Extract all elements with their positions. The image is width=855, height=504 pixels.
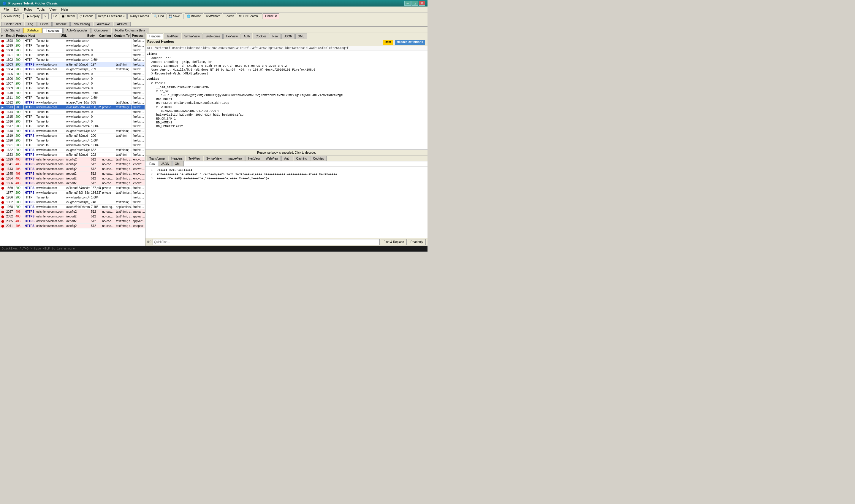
tab-json-resp[interactable]: JSON: [159, 161, 172, 166]
table-row[interactable]: ⬤ 1607 200 HTTP Tunnel to www.baidu.com:…: [0, 81, 145, 86]
col-content-type[interactable]: Content-Type: [113, 33, 130, 38]
close-button[interactable]: ✕: [419, 1, 425, 6]
tab-inspectors[interactable]: Inspectors: [42, 28, 63, 33]
col-num[interactable]: #: [0, 33, 5, 38]
tab-composer[interactable]: Composer: [91, 28, 111, 33]
table-row[interactable]: ⬤ 1616 200 HTTP Tunnel to www.baidu.com:…: [0, 119, 145, 124]
online-button[interactable]: Online ✕: [263, 13, 279, 19]
browse-button[interactable]: 🌐 Browse: [185, 13, 203, 19]
stream-button[interactable]: ◼ Stream: [60, 13, 77, 19]
table-row[interactable]: ⬤ 1962 200 HTTPS www.baidu.com /sugrec?p…: [0, 200, 145, 205]
table-row[interactable]: ⬤ 1654 408 HTTPS osfsr.lenovomm.com /rep…: [0, 176, 145, 181]
raw-button[interactable]: Raw: [383, 40, 393, 45]
tearoff-button[interactable]: Tearoff: [223, 13, 236, 19]
table-row[interactable]: ⬤ 2035 408 HTTPS osfsr.lenovomm.com /rep…: [0, 219, 145, 224]
table-row[interactable]: ⬤ 1869 200 HTTPS www.baidu.com /s?ie=utf…: [0, 186, 145, 191]
tab-resp-headers[interactable]: Headers: [169, 156, 185, 161]
tab-raw[interactable]: Raw: [147, 161, 158, 166]
tab-xml-resp[interactable]: XML: [173, 161, 184, 166]
col-process[interactable]: Process: [130, 33, 145, 38]
table-row[interactable]: ⬤ 1956 200 HTTP Tunnel to www.baidu.com:…: [0, 195, 145, 200]
save-button[interactable]: 💾 Save: [167, 13, 182, 19]
table-row[interactable]: ⬤ 2027 408 HTTPS osfsr.lenovomm.com /con…: [0, 210, 145, 214]
decode-button[interactable]: ⬡ Decode: [77, 13, 95, 19]
tab-transformer[interactable]: Transformer: [147, 156, 168, 161]
table-row[interactable]: ↔ 1623 200 HTTPS www.baidu.com /s?ie=utf…: [0, 152, 145, 157]
tab-syntaxview[interactable]: SyntaxView: [182, 34, 203, 39]
table-row[interactable]: ⬤ 1599 200 HTTP Tunnel to www.baidu.com:…: [0, 43, 145, 48]
menu-file[interactable]: File: [1, 7, 11, 12]
tab-log[interactable]: Log: [25, 22, 36, 26]
table-row[interactable]: ⬤ 2032 408 HTTPS osfsr.lenovomm.com /rep…: [0, 214, 145, 219]
table-row[interactable]: ⬤ 1617 200 HTTP Tunnel to www.baidu.com:…: [0, 124, 145, 129]
tab-autosave[interactable]: AutoSave: [94, 22, 113, 26]
tab-imageview[interactable]: ImageView: [225, 156, 245, 161]
menu-help[interactable]: Help: [59, 7, 70, 12]
table-row[interactable]: ⬤ 1620 200 HTTP Tunnel to www.baidu.com:…: [0, 138, 145, 143]
tab-raw[interactable]: Raw: [269, 34, 281, 39]
winconfig-button[interactable]: ⚙ WinConfig: [1, 13, 22, 19]
table-row[interactable]: ⬤ 1621 200 HTTP Tunnel to www.baidu.com:…: [0, 143, 145, 148]
table-row[interactable]: ⬤ 1598 200 HTTP Tunnel to www.baidu.com:…: [0, 39, 145, 43]
table-row[interactable]: ⬤ 1643 408 HTTPS osfsr.lenovomm.com /con…: [0, 167, 145, 172]
table-row[interactable]: ⬤ 1609 200 HTTP Tunnel to www.baidu.com:…: [0, 86, 145, 91]
table-row[interactable]: ⬤ 1656 408 HTTPS osfsr.lenovomm.com /rep…: [0, 181, 145, 186]
table-row[interactable]: ⬤ 1600 200 HTTP Tunnel to www.baidu.com:…: [0, 48, 145, 53]
table-row[interactable]: ⬤ 1622 200 HTTPS www.baidu.com /sugrec?p…: [0, 148, 145, 152]
table-row[interactable]: ⬤ 1968 200 HTTPS www.baidu.com /cache/fp…: [0, 205, 145, 210]
col-caching[interactable]: Caching: [98, 33, 113, 38]
tab-json[interactable]: JSON: [281, 34, 295, 39]
tab-apitest[interactable]: APITest: [114, 22, 130, 26]
table-row[interactable]: ⬤ 1604 200 HTTPS www.baidu.com /sugrec?p…: [0, 67, 145, 72]
menu-rules[interactable]: Rules: [22, 7, 35, 12]
find-button[interactable]: 🔍 Find: [152, 13, 166, 19]
clear-button[interactable]: ✕: [42, 13, 49, 19]
tab-resp-hexview[interactable]: HexView: [245, 156, 262, 161]
tab-timeline[interactable]: Timeline: [52, 22, 70, 26]
tab-autoresponder[interactable]: AutoResponder: [63, 28, 90, 33]
tab-resp-syntaxview[interactable]: SyntaxView: [204, 156, 224, 161]
tab-resp-auth[interactable]: Auth: [281, 156, 293, 161]
table-row[interactable]: ⬤ 1618 200 HTTPS www.baidu.com /sugrec?p…: [0, 129, 145, 133]
table-row[interactable]: ⬤ 1615 200 HTTP Tunnel to www.baidu.com:…: [0, 114, 145, 119]
table-row[interactable]: ⬤ 1641 408 HTTPS osfsr.lenovomm.com /con…: [0, 162, 145, 167]
table-row[interactable]: ⬤ 1606 200 HTTP Tunnel to www.baidu.com:…: [0, 76, 145, 81]
col-body[interactable]: Body: [86, 33, 98, 38]
tab-xml[interactable]: XML: [295, 34, 307, 39]
tab-auth[interactable]: Auth: [241, 34, 252, 39]
col-host[interactable]: Host: [27, 33, 60, 38]
tab-fiddlerscript[interactable]: FiddlerScript: [1, 22, 24, 26]
table-row[interactable]: ⬤ 2041 408 HTTPS osfsr.lenovomm.com /con…: [0, 224, 145, 229]
replay-button[interactable]: ▶ Replay: [25, 13, 41, 19]
menu-tools[interactable]: Tools: [35, 7, 47, 12]
header-definitions-button[interactable]: Header Definitions: [395, 40, 425, 45]
msdn-search-button[interactable]: MSDN Search...: [237, 13, 262, 19]
tab-textview[interactable]: TextView: [164, 34, 181, 39]
table-row[interactable]: ⬤ 1611 200 HTTP Tunnel to www.baidu.com:…: [0, 95, 145, 100]
readonly-button[interactable]: Readonly: [408, 239, 426, 245]
table-row[interactable]: ⬤ 1629 408 HTTPS osfsr.lenovomm.com /con…: [0, 157, 145, 162]
menu-edit[interactable]: Edit: [11, 7, 22, 12]
tab-getstarted[interactable]: Get Started: [1, 28, 23, 33]
tab-resp-cookies[interactable]: Cookies: [311, 156, 327, 161]
command-input[interactable]: [2, 247, 426, 250]
table-row[interactable]: ⬤ 1605 200 HTTP Tunnel to www.baidu.com:…: [0, 72, 145, 76]
go-button[interactable]: Go: [51, 13, 59, 19]
tab-webforms[interactable]: WebForms: [203, 34, 223, 39]
tab-hexview[interactable]: HexView: [223, 34, 240, 39]
col-url[interactable]: URL: [59, 33, 86, 38]
table-row[interactable]: ▶ 1613 200 HTTPS www.baidu.com /s?ie=utf…: [0, 105, 145, 110]
maximize-button[interactable]: □: [412, 1, 418, 6]
table-row[interactable]: ⬤ 1614 200 HTTP Tunnel to www.baidu.com:…: [0, 110, 145, 114]
find-replace-button[interactable]: Find & Replace: [381, 239, 406, 245]
tab-filters[interactable]: Filters: [37, 22, 52, 26]
table-row[interactable]: ⬤ 1602 200 HTTP Tunnel to www.baidu.com:…: [0, 57, 145, 62]
any-process-button[interactable]: ⊕ Any Process: [127, 13, 151, 19]
col-result[interactable]: Result: [5, 33, 15, 38]
tab-aboutconfig[interactable]: about:config: [70, 22, 93, 26]
tab-webview[interactable]: WebView: [263, 156, 281, 161]
table-row[interactable]: ⬤ 1601 200 HTTP Tunnel to www.baidu.com:…: [0, 53, 145, 57]
tab-cookies[interactable]: Cookies: [253, 34, 269, 39]
minimize-button[interactable]: ─: [404, 1, 411, 6]
encoded-message[interactable]: Response body is encoded. Click to decod…: [145, 150, 428, 156]
